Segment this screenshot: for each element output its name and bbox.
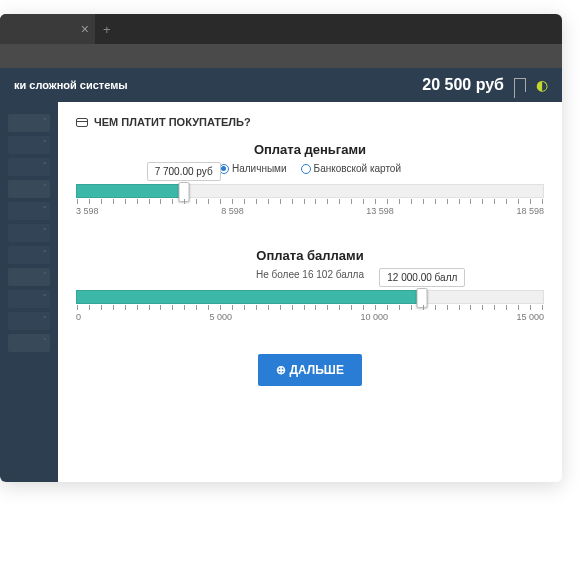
app-header: ки сложной системы 20 500 руб ◐ [0,68,562,102]
slider-fill [76,184,183,198]
points-value-label: 12 000.00 балл [379,268,465,287]
bulb-icon[interactable]: ◐ [536,77,548,93]
sidebar [0,102,58,482]
points-slider[interactable]: 12 000.00 балл 0 5 000 10 000 15 000 [76,290,544,322]
card-icon [76,118,88,127]
main-content: ЧЕМ ПЛАТИТ ПОКУПАТЕЛЬ? Оплата деньгами Н… [58,102,562,482]
money-slider[interactable]: 7 700.00 руб 3 598 8 598 13 598 18 598 [76,184,544,216]
slider-fill [76,290,421,304]
sidebar-item[interactable] [8,246,50,264]
card-title-text: ЧЕМ ПЛАТИТ ПОКУПАТЕЛЬ? [94,116,251,128]
sidebar-item[interactable] [8,224,50,242]
sidebar-item[interactable] [8,158,50,176]
next-button[interactable]: ДАЛЬШЕ [258,354,362,386]
slider-track[interactable] [76,290,544,304]
sidebar-item[interactable] [8,114,50,132]
browser-tab[interactable]: × [0,14,95,44]
radio-cash[interactable]: Наличными [219,163,287,174]
points-section-title: Оплата баллами [76,248,544,263]
app-window: × + ки сложной системы 20 500 руб ◐ [0,14,562,482]
sidebar-item[interactable] [8,290,50,308]
slider-ticks [77,305,543,310]
slider-marks: 3 598 8 598 13 598 18 598 [76,206,544,216]
sidebar-item[interactable] [8,202,50,220]
sidebar-item[interactable] [8,136,50,154]
money-section-title: Оплата деньгами [76,142,544,157]
flag-icon[interactable] [514,78,526,92]
card-header: ЧЕМ ПЛАТИТ ПОКУПАТЕЛЬ? [76,116,544,128]
sidebar-item[interactable] [8,268,50,286]
slider-ticks [77,199,543,204]
money-value-label: 7 700.00 руб [147,162,221,181]
browser-urlbar[interactable] [0,44,562,68]
points-subtitle: Не более 16 102 балла [76,269,544,280]
radio-card[interactable]: Банковской картой [301,163,401,174]
page-title: ки сложной системы [14,79,128,91]
slider-marks: 0 5 000 10 000 15 000 [76,312,544,322]
total-price: 20 500 руб [422,76,504,94]
add-tab-icon[interactable]: + [95,22,119,37]
sidebar-item[interactable] [8,312,50,330]
sidebar-item[interactable] [8,180,50,198]
close-icon[interactable]: × [81,21,89,37]
browser-tabbar: × + [0,14,562,44]
radio-icon [301,164,311,174]
sidebar-item[interactable] [8,334,50,352]
slider-track[interactable] [76,184,544,198]
